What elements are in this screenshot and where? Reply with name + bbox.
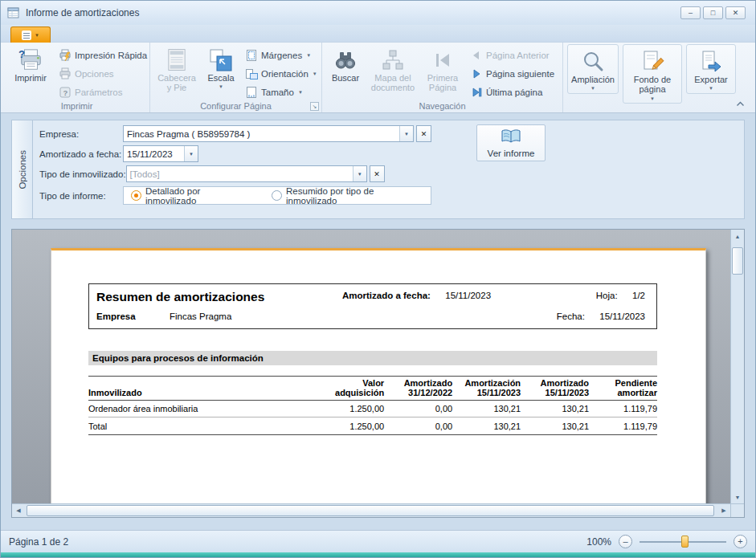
header-amortizacion-2023: Amortización15/11/2023: [452, 378, 521, 397]
empresa-label: Empresa:: [39, 129, 123, 139]
ver-informe-button[interactable]: Ver informe: [476, 124, 546, 161]
orientacion-button[interactable]: Orientación ▼: [242, 65, 321, 82]
vertical-scrollbar-thumb[interactable]: [732, 247, 743, 275]
scroll-left-arrow[interactable]: ◀: [12, 504, 25, 517]
zoom-slider[interactable]: [640, 535, 726, 548]
document-map-icon: [381, 47, 405, 72]
total-valor: 1.250,00: [316, 422, 384, 431]
header-amortizado-2023: Amortizado15/11/2023: [521, 378, 589, 397]
file-menu-button[interactable]: ▼: [10, 26, 51, 43]
ampliacion-button[interactable]: Ampliación ▼: [570, 47, 616, 92]
opciones-label: Opciones: [75, 69, 114, 79]
print-preview-area[interactable]: Resumen de amortizaciones Amortizado a f…: [11, 229, 745, 518]
ribbon-group-navegacion: Buscar Mapa del documento Primera Página: [322, 43, 563, 112]
scroll-up-arrow[interactable]: ▲: [731, 230, 744, 242]
title-bar[interactable]: Informe de amortizaciones – □ ✕: [1, 1, 755, 25]
tipo-inmovilizado-clear-button[interactable]: ✕: [370, 165, 385, 182]
horizontal-scrollbar-thumb[interactable]: [27, 505, 714, 516]
amortizado-fecha-datepicker[interactable]: 15/11/2023 ▼: [123, 145, 198, 162]
pagina-anterior-button[interactable]: Página Anterior: [467, 47, 558, 63]
chevron-down-icon: ▼: [306, 53, 311, 58]
pagina-siguiente-button[interactable]: Página siguiente: [467, 65, 558, 82]
cabecera-pie-label: Cabecera y Pie: [155, 73, 198, 93]
ultima-pagina-button[interactable]: Última página: [467, 83, 558, 100]
maximize-button[interactable]: □: [703, 6, 723, 19]
clear-icon: ✕: [374, 170, 380, 178]
chevron-down-icon[interactable]: ▼: [184, 146, 198, 161]
minimize-button[interactable]: –: [680, 6, 701, 19]
amortizado-fecha-row: Amortizado a fecha: 15/11/2023 ▼: [39, 145, 738, 162]
tipo-inmovilizado-row: Tipo de inmovilizado: [Todos] ▼ ✕: [39, 165, 738, 182]
quick-print-icon: [59, 49, 72, 62]
ribbon-tab-row: ▼: [1, 25, 755, 43]
primera-pagina-button[interactable]: Primera Página: [420, 45, 465, 100]
options-panel: Opciones Empresa: Fincas Pragma ( B58959…: [11, 120, 745, 219]
escala-button[interactable]: Escala ▼: [202, 45, 240, 100]
orientation-icon: [245, 67, 258, 80]
empresa-combobox[interactable]: Fincas Pragma ( B58959784 ) ▼: [123, 125, 414, 142]
ribbon-group-fondo-pagina: Fondo de página ▼: [623, 44, 682, 104]
collapse-ribbon-button[interactable]: [731, 98, 749, 110]
tamano-button[interactable]: Tamaño ▼: [242, 83, 321, 100]
horizontal-scrollbar[interactable]: ◀ ▶: [12, 503, 730, 517]
report-page: Resumen de amortizaciones Amortizado a f…: [51, 248, 706, 518]
zoom-in-button[interactable]: +: [734, 535, 747, 548]
svg-text:?: ?: [18, 48, 25, 60]
ribbon: ▼ ? Imprimir: [1, 25, 755, 113]
zoom-out-button[interactable]: –: [619, 535, 632, 548]
mapa-documento-button[interactable]: Mapa del documento: [367, 45, 419, 100]
opciones-button[interactable]: Opciones: [55, 65, 150, 82]
tipo-informe-radiogroup: Detallado por inmovilizado Resumido por …: [123, 186, 431, 205]
page-background-icon: [640, 49, 664, 74]
exportar-button[interactable]: Exportar ▼: [689, 47, 734, 92]
group-caption-imprimir: Imprimir: [4, 101, 149, 111]
close-button[interactable]: ✕: [725, 6, 746, 19]
scrollbar-corner: [730, 503, 744, 517]
margenes-button[interactable]: Márgenes ▼: [242, 47, 321, 63]
tipo-inmovilizado-value: [Todos]: [127, 166, 353, 181]
total-label: Total: [88, 422, 316, 431]
chevron-down-icon[interactable]: ▼: [353, 166, 366, 181]
empresa-clear-button[interactable]: ✕: [416, 125, 431, 142]
buscar-button[interactable]: Buscar: [325, 45, 366, 100]
page-indicator: Página 1 de 2: [9, 536, 68, 548]
chevron-down-icon[interactable]: ▼: [399, 126, 413, 141]
empresa-row: Empresa: Fincas Pragma ( B58959784 ) ▼ ✕: [39, 125, 738, 142]
report-hoja: Hoja: 1/2: [596, 291, 645, 300]
chevron-down-icon: ▼: [219, 84, 223, 90]
parametros-button[interactable]: ? Parámetros: [55, 83, 150, 100]
fondo-pagina-label: Fondo de página: [627, 75, 678, 95]
vertical-scrollbar[interactable]: ▲ ▼: [730, 230, 744, 503]
scroll-right-arrow[interactable]: ▶: [717, 504, 730, 517]
zoom-slider-thumb[interactable]: [681, 536, 689, 548]
tipo-inmovilizado-combobox[interactable]: [Todos] ▼: [126, 165, 367, 182]
total-amortizado-2022: 0,00: [384, 422, 452, 431]
tipo-inmovilizado-label: Tipo de inmovilizado:: [39, 169, 126, 179]
orientacion-label: Orientación: [261, 69, 309, 79]
cell-amortizado-2023: 130,21: [521, 404, 589, 413]
report-book-icon: [501, 128, 521, 146]
empresa-value: Fincas Pragma ( B58959784 ): [124, 126, 399, 141]
fondo-pagina-button[interactable]: Fondo de página ▼: [625, 47, 680, 101]
report-title: Resumen de amortizaciones: [96, 290, 264, 304]
options-tab[interactable]: Opciones: [12, 120, 33, 218]
radio-detallado[interactable]: Detallado por inmovilizado: [131, 186, 251, 206]
header-amortizado-2022: Amortizado31/12/2022: [384, 378, 452, 397]
tipo-informe-row: Tipo de informe: Detallado por inmoviliz…: [39, 187, 738, 204]
header-pendiente-amortizar: Pendienteamortizar: [589, 378, 657, 397]
cabecera-pie-button[interactable]: Cabecera y Pie: [153, 45, 200, 100]
radio-resumido[interactable]: Resumido por tipo de inmovilizado: [272, 186, 423, 206]
imprimir-button[interactable]: ? Imprimir: [7, 45, 54, 100]
ribbon-group-exportar: Exportar ▼: [686, 44, 736, 94]
printer-icon: ?: [18, 47, 43, 72]
options-form: Empresa: Fincas Pragma ( B58959784 ) ▼ ✕…: [33, 120, 744, 218]
cell-amortizacion-2023: 130,21: [452, 404, 521, 413]
report-header-box: Resumen de amortizaciones Amortizado a f…: [88, 283, 657, 329]
dialog-launcher-icon[interactable]: ↘: [310, 102, 319, 111]
impresion-rapida-button[interactable]: Impresión Rápida: [55, 47, 150, 63]
cell-amortizado-2022: 0,00: [384, 404, 452, 413]
scale-icon: [209, 47, 233, 72]
mapa-documento-label: Mapa del documento: [369, 73, 417, 93]
cell-valor: 1.250,00: [316, 404, 384, 413]
scroll-down-arrow[interactable]: ▼: [731, 491, 744, 503]
